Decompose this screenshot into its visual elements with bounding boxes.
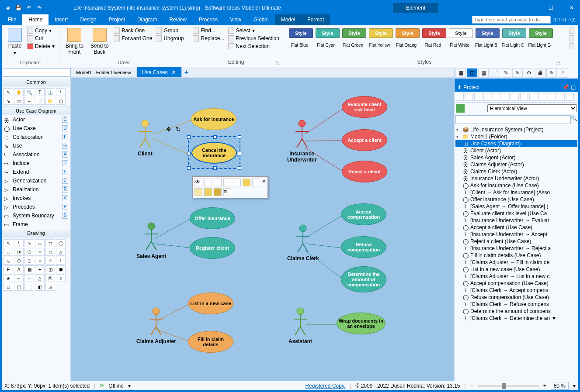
draw-line[interactable]: \ bbox=[14, 239, 24, 247]
back-one-button[interactable]: Back One bbox=[113, 27, 153, 34]
close-button[interactable]: ✕ bbox=[568, 5, 576, 11]
style-swatch-5[interactable]: Style bbox=[422, 28, 446, 38]
pt4[interactable] bbox=[483, 93, 491, 101]
draw-pie[interactable]: ◔ bbox=[14, 248, 24, 256]
draw-ellipse[interactable]: ◯ bbox=[56, 239, 66, 247]
tool-extend[interactable]: ⤳ExtendE bbox=[2, 168, 70, 176]
editing-dialog-launcher[interactable]: ↘ bbox=[275, 60, 280, 65]
tree-node[interactable]: ▾◫Use Cases (Diagram) bbox=[455, 140, 577, 147]
rotate-handle-icon[interactable]: ↻ bbox=[176, 126, 181, 133]
pt3[interactable] bbox=[474, 93, 482, 101]
style-swatch-8[interactable]: Style bbox=[502, 28, 526, 38]
tab-model1[interactable]: Model1 - Folder Overview bbox=[71, 68, 137, 77]
draw-misc3[interactable]: ◫ bbox=[45, 265, 55, 273]
draw-hexagon[interactable]: ⬡ bbox=[24, 257, 34, 265]
tree-node[interactable]: \[Claims Clerk → Accept compens bbox=[455, 287, 577, 294]
uc-accept-client[interactable]: Accept a client bbox=[342, 129, 387, 151]
actor-clerk[interactable]: Claims Clerk bbox=[287, 224, 319, 261]
draw-text[interactable]: T bbox=[56, 257, 66, 265]
undo-icon[interactable]: ↶ bbox=[25, 4, 32, 11]
menu-insert[interactable]: Insert bbox=[49, 14, 74, 25]
tool-association[interactable]: \AssociationA bbox=[2, 150, 70, 159]
mt-4[interactable] bbox=[223, 179, 231, 186]
menu-review[interactable]: Review bbox=[163, 14, 192, 25]
uc-register-client[interactable]: Register client bbox=[190, 237, 235, 259]
style-swatch-1[interactable]: Style bbox=[316, 28, 340, 38]
pt2[interactable] bbox=[465, 93, 473, 101]
delete-button[interactable]: Delete▾ bbox=[26, 43, 56, 50]
folder-tool[interactable]: 📁 bbox=[45, 97, 55, 105]
context-tab-element[interactable]: Element bbox=[393, 3, 438, 13]
draw-misc5[interactable]: ◈ bbox=[3, 274, 13, 282]
tree-node[interactable]: ◯Accept compensation (Use Case) bbox=[455, 280, 577, 287]
expander-icon[interactable]: ▾ bbox=[456, 141, 461, 146]
tool-invokes[interactable]: ▷InvokesV bbox=[2, 194, 70, 203]
draw-misc12[interactable]: ◫ bbox=[14, 283, 24, 291]
style-swatch-2[interactable]: Style bbox=[342, 28, 366, 38]
sub2[interactable] bbox=[466, 104, 475, 113]
tree-node[interactable]: ▾📦Life Insurance System (Project) bbox=[455, 126, 577, 133]
zoom-slider[interactable] bbox=[478, 385, 539, 387]
draw-circle[interactable]: ○ bbox=[35, 257, 45, 265]
tree-node[interactable]: \[Insurance Underwriter → Evaluat bbox=[455, 217, 577, 224]
mt-eye-icon[interactable]: 👁 bbox=[194, 179, 202, 186]
view-mode-select[interactable]: Hierarchical View bbox=[487, 104, 577, 112]
ribbon-extra-3[interactable] bbox=[569, 43, 574, 50]
offline-status[interactable]: Offline bbox=[108, 383, 123, 389]
pt9[interactable] bbox=[529, 93, 537, 101]
uc-determine[interactable]: Determine the amount of compensation bbox=[341, 266, 386, 292]
tool-collaboration[interactable]: ◌CollaborationL bbox=[2, 133, 70, 141]
zoom-value[interactable]: 80 % bbox=[551, 382, 569, 390]
tree-node[interactable]: \[Claims Clerk → Determine the an ▼ bbox=[455, 315, 577, 322]
move-handle-icon[interactable]: ✥ bbox=[166, 126, 171, 133]
cut-button[interactable]: Cut bbox=[26, 35, 56, 42]
project-search-icon[interactable]: 🔍 bbox=[571, 115, 577, 124]
menu-diagram[interactable]: Diagram bbox=[131, 14, 163, 25]
minimize-button[interactable]: — bbox=[526, 5, 534, 11]
rb9[interactable]: ✎ bbox=[546, 68, 557, 78]
rb2[interactable]: ◫ bbox=[467, 68, 477, 78]
dim-tool[interactable]: ↔ bbox=[24, 97, 34, 105]
tree-node[interactable]: \[Claims Clerk → Refuse compens bbox=[455, 301, 577, 308]
draw-rect[interactable]: ▭ bbox=[35, 239, 45, 247]
draw-square[interactable]: ◻ bbox=[45, 248, 55, 256]
tree-node[interactable]: 옷Insurance Underwriter (Actor) bbox=[455, 175, 577, 182]
toolbox-search[interactable] bbox=[3, 68, 71, 77]
ribbon-extra-1[interactable] bbox=[569, 27, 574, 34]
draw-misc13[interactable]: ⬚ bbox=[24, 283, 34, 291]
rb7[interactable]: ⚙ bbox=[524, 68, 534, 78]
mt-color1[interactable] bbox=[194, 188, 202, 196]
uc-refuse-comp[interactable]: Refuse compensation bbox=[341, 236, 386, 258]
tree-node[interactable]: \[Insurance Underwriter → Accept bbox=[455, 231, 577, 238]
uc-cancel-insurance[interactable]: Cancel the insurance bbox=[191, 142, 237, 164]
tree-node[interactable]: ◯Evaluate client risk level (Use Ca bbox=[455, 210, 577, 217]
draw-pentagon[interactable]: ⬠ bbox=[14, 257, 24, 265]
actor-client[interactable]: Client bbox=[136, 119, 154, 157]
tool-actor[interactable]: 옷ActorC bbox=[2, 115, 70, 124]
style-swatch-4[interactable]: Style bbox=[396, 28, 420, 38]
sub3[interactable] bbox=[477, 104, 486, 113]
mt-6[interactable] bbox=[243, 179, 250, 186]
mt-color2[interactable] bbox=[204, 188, 212, 196]
add-tab-button[interactable]: + bbox=[182, 68, 191, 77]
uc-ask-insurance[interactable]: Ask for insurance bbox=[191, 108, 236, 130]
mt-color3[interactable] bbox=[214, 188, 222, 196]
send-back-button[interactable]: Send to Back bbox=[88, 27, 111, 56]
copy-button[interactable]: Copy▾ bbox=[26, 27, 56, 34]
draw-star2[interactable]: ☆ bbox=[45, 257, 55, 265]
maximize-button[interactable]: ☐ bbox=[547, 5, 555, 11]
prev-selection-button[interactable]: Previous Selection bbox=[227, 35, 280, 42]
style-swatch-6[interactable]: Style bbox=[449, 28, 473, 38]
ungroup-button[interactable]: Ungroup bbox=[155, 35, 184, 42]
rb1[interactable]: ▦ bbox=[455, 68, 466, 78]
save-icon[interactable]: 💾 bbox=[15, 4, 22, 11]
tree-node[interactable]: ◯Ask for insurance (Use Case) bbox=[455, 182, 577, 189]
style-swatch-7[interactable]: Style bbox=[476, 28, 500, 38]
actor-underwriter[interactable]: Insurance Underwriter bbox=[287, 119, 316, 163]
package-tool[interactable]: ▢ bbox=[56, 97, 66, 105]
pt12[interactable] bbox=[557, 93, 565, 101]
draw-misc7[interactable]: ○ bbox=[24, 274, 34, 282]
rb8[interactable]: 🖶 bbox=[535, 68, 545, 78]
menu-file[interactable]: File bbox=[2, 14, 22, 25]
zoom-out-button[interactable]: − bbox=[470, 383, 473, 389]
